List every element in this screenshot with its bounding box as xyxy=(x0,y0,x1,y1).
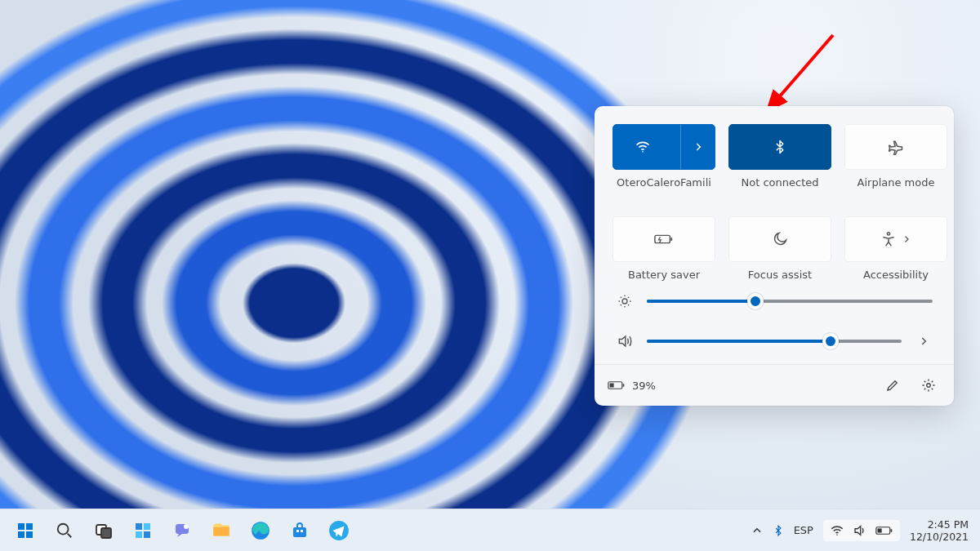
bluetooth-tile-label: Not connected xyxy=(742,176,819,189)
battery-icon xyxy=(608,380,626,391)
language-indicator[interactable]: ESP xyxy=(794,524,813,536)
wifi-tile[interactable] xyxy=(612,124,715,170)
language-text: ESP xyxy=(794,524,813,536)
svg-rect-3 xyxy=(670,238,672,241)
system-tray-group[interactable] xyxy=(823,520,900,541)
search-button[interactable] xyxy=(47,513,82,548)
svg-rect-17 xyxy=(136,523,142,530)
windows-icon xyxy=(16,521,35,540)
moon-icon xyxy=(772,231,788,247)
svg-rect-13 xyxy=(26,531,33,538)
wifi-toggle[interactable] xyxy=(613,125,672,169)
accessibility-tile[interactable] xyxy=(844,216,947,262)
battery-saver-icon xyxy=(654,232,674,247)
store-icon xyxy=(290,521,310,540)
clock-date: 12/10/2021 xyxy=(910,531,969,543)
wifi-icon xyxy=(830,523,844,538)
edge-button[interactable] xyxy=(243,513,278,548)
svg-rect-26 xyxy=(296,530,299,532)
wifi-tile-label: OteroCaleroFamili xyxy=(617,176,711,189)
taskbar: ESP 2:45 PM 12/10/2021 xyxy=(0,509,980,551)
battery-percent-text: 39% xyxy=(632,380,656,392)
volume-icon xyxy=(853,523,867,538)
svg-rect-20 xyxy=(144,531,150,538)
chevron-up-icon xyxy=(751,525,763,536)
store-button[interactable] xyxy=(283,513,317,548)
chat-icon xyxy=(172,521,192,540)
taskbar-left xyxy=(8,513,356,548)
taskbar-right: ESP 2:45 PM 12/10/2021 xyxy=(751,518,969,543)
quick-settings-footer: 39% xyxy=(595,364,954,406)
svg-rect-7 xyxy=(623,384,625,386)
chevron-right-icon xyxy=(902,234,911,244)
svg-rect-10 xyxy=(18,523,24,530)
svg-point-22 xyxy=(184,524,189,529)
bluetooth-icon xyxy=(773,523,784,538)
svg-rect-19 xyxy=(136,531,142,538)
quick-settings-panel: OteroCaleroFamili Not connected xyxy=(595,106,954,406)
svg-rect-8 xyxy=(610,383,614,387)
file-explorer-button[interactable] xyxy=(204,513,238,548)
edit-quick-settings-button[interactable] xyxy=(880,373,905,398)
start-button[interactable] xyxy=(8,513,42,548)
tray-bluetooth-button[interactable] xyxy=(773,523,784,538)
wifi-expand-button[interactable] xyxy=(680,125,715,169)
svg-point-29 xyxy=(836,534,838,535)
volume-output-button[interactable] xyxy=(915,335,933,347)
svg-rect-23 xyxy=(213,527,229,535)
battery-icon xyxy=(875,525,893,536)
battery-saver-tile[interactable] xyxy=(612,216,715,262)
airplane-mode-tile-label: Airplane mode xyxy=(858,176,935,189)
svg-rect-27 xyxy=(301,530,303,532)
gear-icon xyxy=(921,378,936,393)
brightness-icon xyxy=(616,294,634,309)
telegram-button[interactable] xyxy=(322,513,356,548)
pencil-icon xyxy=(885,378,900,393)
battery-saver-tile-label: Battery saver xyxy=(628,269,700,281)
svg-rect-12 xyxy=(18,531,24,538)
svg-rect-32 xyxy=(877,528,881,532)
volume-slider[interactable] xyxy=(647,340,902,343)
chat-button[interactable] xyxy=(165,513,199,548)
svg-rect-11 xyxy=(26,523,33,530)
bluetooth-icon xyxy=(773,138,787,156)
volume-icon xyxy=(616,333,634,349)
tray-overflow-button[interactable] xyxy=(751,525,763,536)
brightness-slider-row xyxy=(616,294,933,309)
svg-rect-25 xyxy=(293,527,306,537)
clock-time: 2:45 PM xyxy=(910,518,969,531)
wifi-icon xyxy=(635,139,651,155)
focus-assist-tile[interactable] xyxy=(728,216,831,262)
quick-settings-tiles: OteroCaleroFamili Not connected xyxy=(595,106,954,286)
svg-rect-31 xyxy=(891,529,893,531)
accessibility-tile-label: Accessibility xyxy=(863,269,929,281)
svg-point-1 xyxy=(642,151,644,153)
focus-assist-tile-label: Focus assist xyxy=(748,269,812,281)
svg-rect-2 xyxy=(655,235,670,242)
search-icon xyxy=(56,522,74,540)
svg-point-4 xyxy=(887,233,889,235)
widgets-button[interactable] xyxy=(126,513,160,548)
task-view-icon xyxy=(94,521,114,540)
edge-icon xyxy=(250,520,271,541)
clock-button[interactable]: 2:45 PM 12/10/2021 xyxy=(910,518,969,543)
accessibility-icon xyxy=(880,231,897,247)
open-settings-button[interactable] xyxy=(916,373,941,398)
volume-slider-row xyxy=(616,333,933,349)
brightness-slider[interactable] xyxy=(647,300,933,303)
airplane-mode-tile[interactable] xyxy=(844,124,947,170)
bluetooth-tile[interactable] xyxy=(728,124,831,170)
battery-status-button[interactable]: 39% xyxy=(608,380,656,392)
folder-icon xyxy=(211,520,232,541)
chevron-right-icon xyxy=(693,141,704,153)
telegram-icon xyxy=(328,520,350,541)
widgets-icon xyxy=(133,521,153,540)
airplane-icon xyxy=(888,139,904,155)
svg-rect-16 xyxy=(101,528,111,538)
svg-point-5 xyxy=(622,299,627,304)
task-view-button[interactable] xyxy=(87,513,121,548)
svg-point-9 xyxy=(927,384,931,388)
svg-point-14 xyxy=(58,523,69,534)
svg-rect-18 xyxy=(144,523,150,530)
